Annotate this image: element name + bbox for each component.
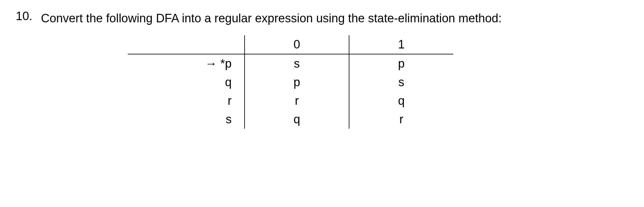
- header-col0: 0: [245, 35, 349, 54]
- state-cell: s: [128, 110, 245, 129]
- table-header-row: 0 1: [128, 35, 453, 54]
- table-row: r r q: [128, 92, 453, 110]
- dfa-table-container: 0 1 → *p s p q p s r r q s q r: [0, 35, 628, 129]
- trans-cell: q: [245, 110, 349, 129]
- state-cell: → *p: [128, 54, 245, 73]
- trans-cell: p: [349, 54, 453, 73]
- question-block: 10. Convert the following DFA into a reg…: [16, 9, 628, 27]
- question-number: 10.: [16, 9, 41, 23]
- header-col1: 1: [349, 35, 453, 54]
- table-row: q p s: [128, 73, 453, 92]
- state-cell: q: [128, 73, 245, 92]
- table-row: → *p s p: [128, 54, 453, 73]
- table-row: s q r: [128, 110, 453, 129]
- question-text: Convert the following DFA into a regular…: [41, 9, 628, 27]
- header-state: [128, 35, 245, 54]
- trans-cell: q: [349, 92, 453, 110]
- state-cell: r: [128, 92, 245, 110]
- trans-cell: s: [245, 54, 349, 73]
- trans-cell: r: [245, 92, 349, 110]
- trans-cell: r: [349, 110, 453, 129]
- trans-cell: s: [349, 73, 453, 92]
- dfa-transition-table: 0 1 → *p s p q p s r r q s q r: [128, 35, 453, 129]
- trans-cell: p: [245, 73, 349, 92]
